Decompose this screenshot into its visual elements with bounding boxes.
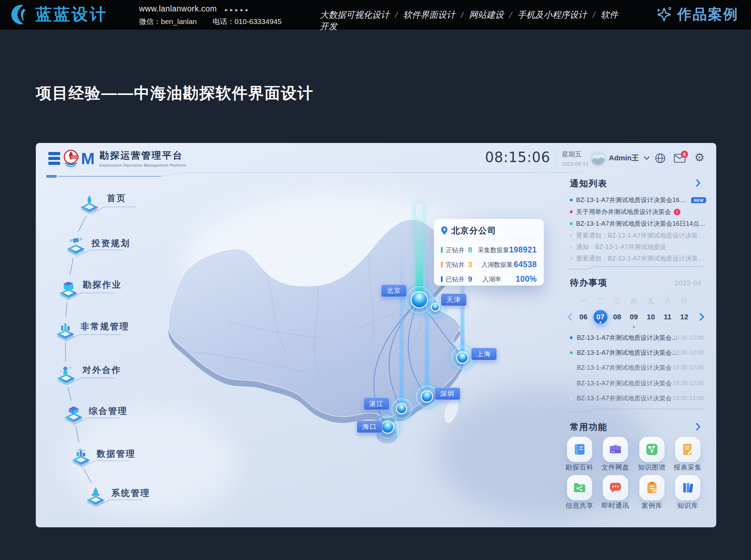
city-label-zhanjiang[interactable]: 湛江 <box>364 398 389 410</box>
right-panel: 通知列表 BZ-13-1-A7井测试地质设计决策会16日14点开始 NEW 关于… <box>567 143 707 527</box>
func-label: 信息共享 <box>560 501 599 510</box>
alert-badge: ! <box>674 209 680 215</box>
site-info: www.lanlanwork.com ►►►►► 微信：ben_lanlan 电… <box>139 4 282 26</box>
city-label-beijing[interactable]: 北京 <box>381 285 407 297</box>
func-tile-knowledge-graph[interactable] <box>639 437 664 462</box>
todo-item[interactable]: BZ-13-1-A7井测试地质设计决策会... 10:30-12:00 <box>570 349 706 357</box>
func-tile-instant-chat[interactable] <box>603 475 628 500</box>
rocket-platform-icon <box>78 193 100 215</box>
calendar-prev-icon[interactable] <box>567 313 573 321</box>
sidebar-item-unconventional[interactable]: 非常规管理 <box>54 320 76 344</box>
city-marker-shanghai[interactable] <box>455 350 470 365</box>
sidebar-item-home[interactable]: 首页 <box>78 193 100 217</box>
status-dot <box>570 336 573 339</box>
weekday-label: 五 <box>644 297 658 306</box>
sidebar-item-cooperation[interactable]: 对外合作 <box>55 364 77 388</box>
func-tile-netdisk[interactable] <box>603 437 628 462</box>
functions-more-icon[interactable] <box>696 423 701 431</box>
books-icon <box>681 481 694 494</box>
func-label: 知识库 <box>669 501 707 510</box>
status-dot <box>570 366 573 369</box>
calendar-day[interactable]: 06 <box>576 310 590 324</box>
portfolio-link[interactable]: 作品案例 <box>655 5 738 24</box>
clipboard-icon <box>645 481 659 494</box>
sidebar-item-system[interactable]: 系统管理 <box>84 486 107 510</box>
func-tile-encyclopedia[interactable] <box>567 437 592 462</box>
city-label-shenzhen[interactable]: 深圳 <box>435 387 460 400</box>
chart-platform-icon <box>54 320 76 342</box>
app-title: 勘探运营管理平台 <box>99 149 186 162</box>
func-tile-case-library[interactable] <box>639 475 664 500</box>
todo-item[interactable]: BZ-13-1-A7井测试地质设计决策会 10:30-12:00 <box>570 394 706 402</box>
notification-item[interactable]: 关于用举办井测试地质设计决策会 ! <box>570 208 706 216</box>
functions-title: 常用功能 <box>570 421 607 433</box>
todo-title: 待办事项 <box>570 277 607 288</box>
satellite-platform-icon <box>65 235 87 257</box>
func-label: 知识图谱 <box>633 463 671 472</box>
weekday-label: 二 <box>593 297 607 306</box>
ecm-e-glyph <box>48 152 60 165</box>
nav-item-website[interactable]: 网站建设 <box>469 10 504 19</box>
status-dot <box>570 222 573 225</box>
brand[interactable]: 蓝蓝设计 <box>10 3 108 25</box>
func-label: 文件网盘 <box>596 463 635 472</box>
shenzhen-beam <box>425 237 429 397</box>
calendar-day[interactable]: 10 <box>644 310 658 324</box>
beijing-beam <box>415 203 423 300</box>
sidebar-item-general[interactable]: 综合管理 <box>63 403 85 427</box>
event-dot <box>599 321 601 323</box>
weekday-label: 日 <box>677 297 691 306</box>
notifications-more-icon[interactable] <box>696 179 701 187</box>
notification-item[interactable]: 通知：BZ-13-1-A7井测试地质设 <box>570 243 706 251</box>
sidebar-item-investment[interactable]: 投资规划 <box>65 235 87 258</box>
city-marker-shenzhen[interactable] <box>419 389 435 404</box>
sidebar-item-data[interactable]: 数据管理 <box>70 446 92 470</box>
info-card-row: 已钻井 9 入湖率 100% <box>441 274 537 284</box>
city-label-shanghai[interactable]: 上海 <box>471 348 497 360</box>
site-nav: 大数据可视化设计 / 软件界面设计 / 网站建设 / 手机及小程序设计 / 软件… <box>320 9 626 32</box>
status-dot <box>570 257 573 260</box>
nav-item-mobile[interactable]: 手机及小程序设计 <box>517 10 587 19</box>
notification-item[interactable]: BZ-13-1-A7井测试地质设计决策会16日14点开始 NEW <box>570 196 706 204</box>
beijing-info-card: 北京分公司 正钻井 8 采集数据量 198921 完钻井 3 入湖数据量 645… <box>434 219 544 286</box>
graph-icon <box>645 443 659 456</box>
calendar-day[interactable]: 08 <box>610 310 624 324</box>
notification-item[interactable]: 重要通知：BZ-13-1-A7井测试地质设计决策会16日14... <box>570 254 706 263</box>
nav-item-bigdata[interactable]: 大数据可视化设计 <box>320 10 389 19</box>
notification-item[interactable]: BZ-13-1-A7井测试地质设计决策会16日14点开始！ <box>570 219 706 228</box>
drive-icon <box>609 443 622 456</box>
calendar-day[interactable]: 09 <box>627 310 641 324</box>
chat-bubble-icon <box>609 481 622 494</box>
todo-item[interactable]: BZ-13-1-A7井测试地质设计决策会 10:30-12:00 <box>570 379 706 387</box>
dashboard-screenshot: CNOOC M 勘探运营管理平台 Exploration Operation M… <box>36 143 716 527</box>
nav-item-software-ui[interactable]: 软件界面设计 <box>403 10 455 19</box>
calendar-next-icon[interactable] <box>699 313 705 321</box>
stat-tick <box>441 262 443 267</box>
func-tile-info-share[interactable] <box>567 475 592 500</box>
svg-text:CNOOC: CNOOC <box>71 156 80 158</box>
share-folder-icon <box>573 481 586 494</box>
lanlan-logo-icon <box>10 4 31 25</box>
func-tile-knowledge-base[interactable] <box>675 475 700 500</box>
func-tile-report-collect[interactable] <box>675 437 700 462</box>
new-badge: NEW <box>691 197 706 203</box>
city-marker-tianjin[interactable] <box>429 301 441 313</box>
calendar-day[interactable]: 12 <box>677 310 691 324</box>
site-url[interactable]: www.lanlanwork.com <box>139 4 217 13</box>
app-logo: CNOOC M 勘探运营管理平台 Exploration Operation M… <box>48 149 186 168</box>
city-label-tianjin[interactable]: 天津 <box>441 294 467 306</box>
sidebar-item-exploration[interactable]: 勘探作业 <box>57 279 80 303</box>
notification-item[interactable]: 重要通知：BZ-13-1-A7井测试地质设计决策会16日14... <box>570 231 706 240</box>
weekday-label: 三 <box>610 297 624 306</box>
portfolio-label: 作品案例 <box>677 5 738 24</box>
notifications-title: 通知列表 <box>570 178 607 189</box>
clock-time: 08:15:06 <box>485 149 550 167</box>
status-dot <box>570 397 573 400</box>
todo-item[interactable]: BZ-13-1-A7井测试地质设计决策会 10:30-12:00 <box>570 363 706 372</box>
todo-item[interactable]: BZ-13-1-A7井测试地质设计决策会... 10:30-12:00 <box>570 334 706 342</box>
calendar-day[interactable]: 11 <box>661 310 675 324</box>
city-label-haikou[interactable]: 海口 <box>357 421 382 433</box>
city-marker-zhanjiang[interactable] <box>395 402 409 416</box>
weekday-label: 一 <box>576 297 590 306</box>
data-bars-platform-icon <box>70 446 92 468</box>
